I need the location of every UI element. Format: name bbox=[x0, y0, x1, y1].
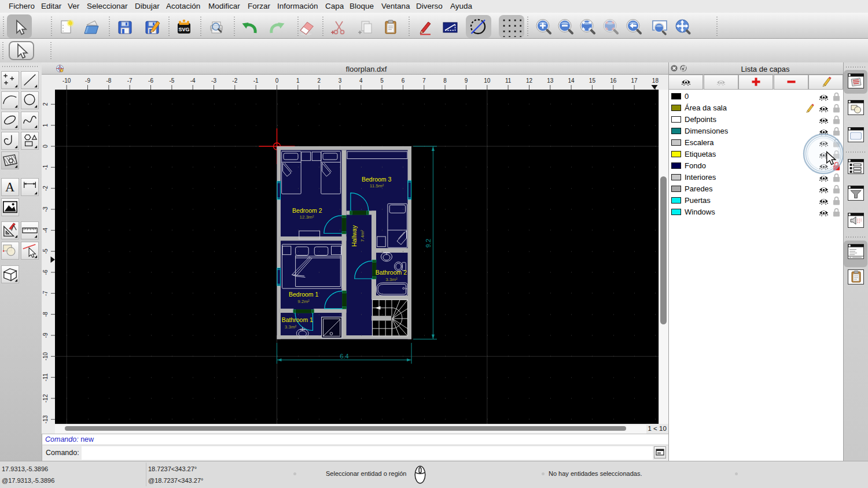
svg-text:3: 3 bbox=[339, 77, 342, 84]
svg-text:1: 1 bbox=[43, 123, 49, 127]
svg-text:Bedroom 3: Bedroom 3 bbox=[362, 176, 392, 183]
svg-text:-5: -5 bbox=[43, 249, 49, 254]
svg-text:-10: -10 bbox=[43, 352, 49, 361]
svg-text:11: 11 bbox=[505, 77, 512, 84]
svg-text:7.4m²: 7.4m² bbox=[360, 230, 365, 242]
svg-text:-1: -1 bbox=[43, 164, 49, 169]
svg-text:-8: -8 bbox=[43, 312, 49, 317]
svg-text:-8: -8 bbox=[106, 77, 111, 84]
svg-text:-9: -9 bbox=[43, 332, 49, 338]
svg-text:0: 0 bbox=[275, 77, 279, 84]
svg-text:0: 0 bbox=[43, 145, 49, 148]
svg-text:3.3m²: 3.3m² bbox=[385, 277, 398, 282]
svg-text:-10: -10 bbox=[62, 77, 71, 84]
svg-text:11.5m²: 11.5m² bbox=[370, 183, 384, 188]
svg-text:-9: -9 bbox=[85, 77, 90, 84]
svg-text:9.2: 9.2 bbox=[425, 239, 432, 247]
svg-text:-2: -2 bbox=[232, 77, 237, 84]
svg-text:8: 8 bbox=[443, 77, 447, 84]
svg-text:3.3m²: 3.3m² bbox=[285, 324, 297, 330]
svg-text:2: 2 bbox=[43, 102, 49, 106]
svg-text:-6: -6 bbox=[148, 77, 153, 84]
svg-text:-2: -2 bbox=[43, 186, 49, 191]
svg-text:-5: -5 bbox=[169, 77, 174, 84]
svg-text:-3: -3 bbox=[211, 77, 216, 84]
svg-text:14: 14 bbox=[568, 77, 575, 84]
svg-text:-4: -4 bbox=[190, 77, 196, 84]
svg-text:-6: -6 bbox=[43, 269, 49, 275]
svg-text:15: 15 bbox=[589, 77, 596, 84]
svg-text:-13: -13 bbox=[43, 415, 49, 424]
svg-text:13: 13 bbox=[547, 77, 554, 84]
svg-text:Hallway: Hallway bbox=[351, 225, 358, 247]
svg-text:6: 6 bbox=[402, 77, 405, 84]
svg-text:7: 7 bbox=[422, 77, 426, 84]
svg-text:-1: -1 bbox=[253, 77, 259, 84]
svg-text:-4: -4 bbox=[43, 227, 49, 232]
svg-text:6.4: 6.4 bbox=[340, 353, 348, 360]
svg-text:Bathroom 1: Bathroom 1 bbox=[282, 316, 313, 323]
svg-text:Bathroom 2: Bathroom 2 bbox=[376, 269, 407, 276]
svg-text:-11: -11 bbox=[43, 373, 49, 381]
svg-text:1: 1 bbox=[296, 77, 300, 84]
svg-text:18: 18 bbox=[652, 77, 659, 84]
svg-text:A: A bbox=[5, 180, 15, 194]
svg-text:SVG: SVG bbox=[178, 27, 189, 32]
svg-text:16: 16 bbox=[610, 77, 617, 84]
svg-text:5: 5 bbox=[380, 77, 384, 84]
svg-text:9.2m²: 9.2m² bbox=[297, 299, 310, 304]
svg-text:-7: -7 bbox=[43, 290, 49, 295]
svg-text:-12: -12 bbox=[43, 394, 49, 402]
svg-text:12.3m²: 12.3m² bbox=[300, 215, 314, 220]
svg-text:17: 17 bbox=[631, 77, 638, 84]
svg-text:4: 4 bbox=[359, 77, 363, 84]
svg-text:-7: -7 bbox=[127, 77, 133, 84]
svg-text:Bedroom 1: Bedroom 1 bbox=[289, 291, 319, 298]
svg-text:-3: -3 bbox=[43, 206, 49, 212]
svg-text:10: 10 bbox=[484, 77, 491, 84]
svg-text:9: 9 bbox=[465, 77, 468, 84]
svg-text:Bedroom 2: Bedroom 2 bbox=[292, 207, 322, 214]
svg-text:2: 2 bbox=[317, 77, 321, 84]
svg-text:12: 12 bbox=[526, 77, 533, 84]
